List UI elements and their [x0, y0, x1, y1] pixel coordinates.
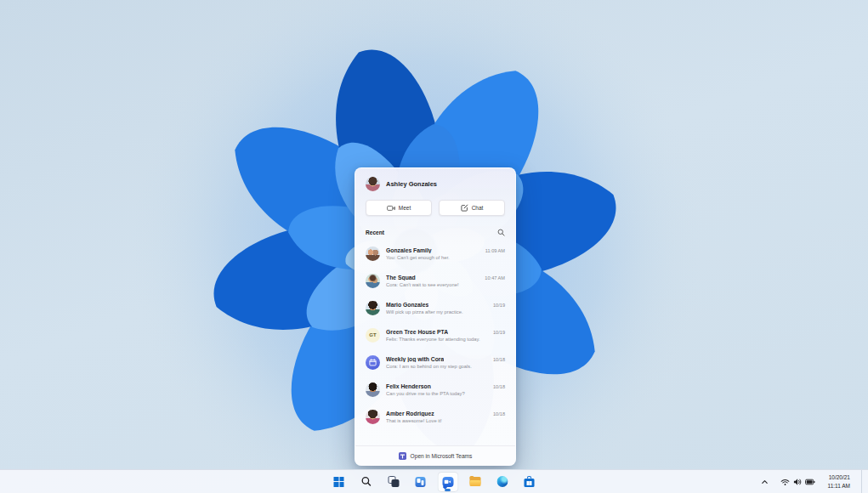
taskbar-center [328, 470, 540, 493]
task-view-button[interactable] [383, 472, 404, 492]
user-avatar[interactable] [366, 177, 380, 191]
conversation-preview: Cora: Can't wait to see everyone! [386, 282, 505, 287]
conversation-time: 10/19 [493, 303, 505, 308]
avatar [366, 274, 380, 288]
show-desktop-button[interactable] [861, 470, 864, 493]
compose-icon [461, 204, 468, 212]
conversation-name: Amber Rodriguez [386, 411, 434, 416]
teams-chat-button[interactable] [437, 472, 458, 492]
quick-settings-button[interactable] [777, 475, 819, 489]
teams-chat-icon [442, 477, 453, 487]
chevron-up-icon [761, 479, 769, 485]
camera-icon [387, 205, 395, 212]
conversation-name: Green Tree House PTA [386, 329, 448, 335]
system-tray: 10/20/21 11:11 AM [758, 470, 865, 493]
open-in-teams-link[interactable]: Open in Microsoft Teams [355, 445, 515, 465]
calendar-avatar [366, 355, 380, 370]
flyout-header: Ashley Gonzales [355, 168, 515, 198]
conversation-name: Mario Gonzales [386, 302, 428, 308]
conversation-preview: Can you drive me to the PTA today? [386, 391, 505, 396]
folder-icon [469, 477, 480, 486]
chat-button-label: Chat [472, 205, 484, 211]
microsoft-store-button[interactable] [519, 472, 540, 492]
conversation-name: The Squad [386, 275, 416, 280]
user-name: Ashley Gonzales [386, 180, 437, 188]
conversation-name: Felix Henderson [386, 383, 431, 389]
conversation-time: 10:47 AM [485, 275, 505, 280]
conversation-row[interactable]: Mario Gonzales 10/19 Will pick up pizza … [355, 294, 515, 321]
conversation-row[interactable]: GT Green Tree House PTA 10/19 Felix: Tha… [355, 321, 515, 348]
conversation-list: Gonzales Family 11:09 AM You: Can't get … [355, 240, 515, 445]
conversation-name: Weekly jog with Cora [386, 356, 444, 362]
edge-button[interactable] [491, 472, 513, 492]
conversation-row[interactable]: Felix Henderson 10/18 Can you drive me t… [355, 376, 515, 403]
calendar-icon [369, 359, 377, 366]
teams-logo-icon [399, 452, 406, 460]
camera-icon [445, 479, 451, 484]
flyout-actions: Meet Chat [355, 198, 515, 224]
conversation-row[interactable]: Gonzales Family 11:09 AM You: Can't get … [355, 240, 515, 267]
store-icon [525, 479, 535, 487]
avatar [366, 382, 380, 397]
volume-icon [793, 478, 802, 486]
widgets-button[interactable] [410, 472, 431, 492]
open-in-teams-label: Open in Microsoft Teams [411, 453, 473, 459]
tray-overflow-button[interactable] [758, 476, 771, 488]
tray-time: 11:11 AM [828, 482, 851, 490]
conversation-preview: You: Can't get enough of her. [386, 255, 505, 260]
conversation-preview: Felix: Thanks everyone for attending tod… [386, 337, 505, 342]
task-view-icon [388, 476, 399, 487]
active-indicator [445, 489, 451, 491]
recent-label: Recent [366, 230, 384, 235]
edge-icon [496, 476, 508, 487]
conversation-preview: Cora: I am so behind on my step goals. [386, 364, 505, 369]
conversation-name: Gonzales Family [386, 247, 432, 253]
avatar-initials: GT [366, 328, 380, 343]
battery-icon [805, 478, 815, 486]
search-button[interactable] [355, 472, 377, 492]
clock[interactable]: 10/20/21 11:11 AM [825, 472, 854, 490]
recent-header: Recent [355, 224, 515, 240]
avatar [366, 410, 380, 424]
conversation-preview: That is awesome! Love it! [386, 418, 505, 423]
start-button[interactable] [328, 472, 349, 492]
search-icon[interactable] [497, 229, 505, 236]
meet-button[interactable]: Meet [366, 200, 432, 216]
conversation-time: 10/18 [493, 357, 505, 362]
avatar [366, 246, 380, 261]
windows-logo-icon [334, 477, 344, 487]
avatar [366, 301, 380, 315]
file-explorer-button[interactable] [464, 472, 485, 492]
conversation-time: 11:09 AM [485, 248, 505, 253]
teams-chat-flyout: Ashley Gonzales Meet Chat Recent [355, 167, 516, 466]
conversation-time: 10/19 [493, 330, 505, 335]
conversation-time: 10/18 [493, 384, 505, 389]
meet-button-label: Meet [399, 205, 411, 211]
taskbar: 10/20/21 11:11 AM [0, 469, 868, 493]
tray-date: 10/20/21 [828, 473, 851, 481]
search-icon [360, 476, 372, 487]
desktop: Ashley Gonzales Meet Chat Recent [0, 0, 868, 493]
conversation-row[interactable]: The Squad 10:47 AM Cora: Can't wait to s… [355, 267, 515, 294]
conversation-time: 10/18 [493, 411, 505, 416]
conversation-row[interactable]: Amber Rodriguez 10/18 That is awesome! L… [355, 403, 515, 430]
chat-button[interactable]: Chat [439, 200, 505, 216]
widgets-icon [416, 477, 426, 487]
conversation-preview: Will pick up pizza after my practice. [386, 309, 505, 314]
conversation-row[interactable]: Weekly jog with Cora 10/18 Cora: I am so… [355, 348, 515, 376]
wifi-icon [780, 478, 790, 486]
